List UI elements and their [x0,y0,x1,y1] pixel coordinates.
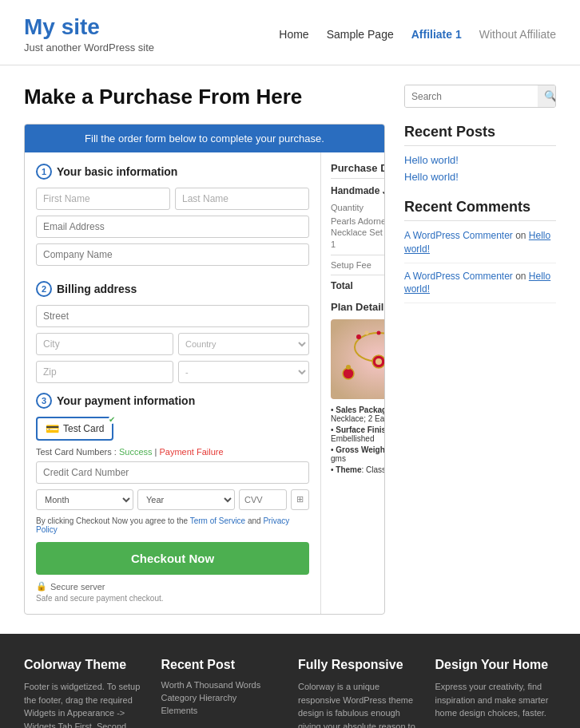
zip-input[interactable] [36,361,173,383]
total-label: Total [331,280,353,291]
footer-widgets: Colorway Theme Footer is widgetized. To … [24,658,556,728]
terms-text: By clicking Checkout Now you agree to th… [36,516,309,534]
cvv-input[interactable] [239,489,287,510]
sidebar: 🔍 Recent Posts Hello world! Hello world!… [404,85,556,615]
page-title: Make a Purchase From Here [24,85,385,109]
city-country-row: Country [36,333,309,355]
footer-widget-recentpost: Recent Post Worth A Thousand Words Categ… [161,658,283,728]
success-link[interactable]: Success [119,447,153,457]
svg-point-3 [375,358,382,365]
nav-without-affiliate[interactable]: Without Affiliate [479,28,556,41]
comment-0: A WordPress Commenter on Hello world! [404,229,556,263]
form-header-banner: Fill the order form below to complete yo… [25,125,384,152]
plan-image [331,319,385,399]
section1-num: 1 [36,164,52,180]
section1-heading: 1 Your basic information [36,164,309,180]
billing-section: 2 Billing address Country [36,281,309,383]
test-numbers: Test Card Numbers : Success | Payment Fa… [36,447,309,457]
cvv-icon: ⊞ [291,489,309,510]
svg-point-5 [346,365,351,370]
main-nav: Home Sample Page Affiliate 1 Without Aff… [279,28,556,41]
section2-num: 2 [36,281,52,297]
last-name-input[interactable] [175,188,309,210]
email-input[interactable] [36,216,309,238]
comment-1: A WordPress Commenter on Hello world! [404,270,556,304]
state-select[interactable]: - [178,361,309,383]
country-select[interactable]: Country [178,333,309,355]
safe-text: Safe and secure payment checkout. [36,594,309,603]
plan-detail-1: Surface Finish: Embellished [331,425,385,443]
plan-detail-2: Gross Weight: 34.76 gms [331,445,385,463]
svg-point-12 [377,330,381,334]
recent-comments-section: Recent Comments A WordPress Commenter on… [404,199,556,303]
footer-post-link-0[interactable]: Worth A Thousand Words [161,680,283,690]
nav-affiliate1[interactable]: Affiliate 1 [411,28,462,41]
nav-home[interactable]: Home [279,28,308,41]
site-title: My site [24,14,154,40]
card-check-icon: ✔ [109,415,115,424]
search-input[interactable] [405,85,538,107]
total-row: Total $60.00 [331,280,385,291]
terms-link[interactable]: Term of Service [190,516,245,525]
search-button[interactable]: 🔍 [538,85,556,107]
content-area: Make a Purchase From Here Fill the order… [24,85,385,615]
form-inner: 1 Your basic information 2 Billing addre… [25,152,384,614]
street-input[interactable] [36,305,309,327]
section2-label: Billing address [57,283,137,295]
plan-detail-0: Sales Package: 1 Necklace; 2 Earrings [331,406,385,423]
plan-detail-3: Theme: Classic [331,465,385,474]
card-selector[interactable]: ✔ 💳 Test Card [36,417,113,441]
name-row [36,188,309,210]
footer-post-link-1[interactable]: Category Hierarchy [161,693,283,702]
footer-post-link-2[interactable]: Elements [161,706,283,715]
cc-number-input[interactable] [36,461,309,484]
failure-link[interactable]: Payment Failure [160,447,224,457]
lock-icon: 🔒 [36,581,47,592]
item-price-row: Pearls Adorned Necklace Set x 1 $50.00 [331,216,385,250]
credit-card-icon: 💳 [46,422,59,435]
site-branding: My site Just another WordPress site [24,14,154,53]
recent-post-0[interactable]: Hello world! [404,154,556,166]
product-name: Handmade Jewelry [331,185,385,196]
svg-point-8 [356,334,361,339]
site-footer: Colorway Theme Footer is widgetized. To … [0,634,580,728]
footer-recentpost-title: Recent Post [161,658,283,672]
checkout-form-container: Fill the order form below to complete yo… [24,124,385,615]
month-select[interactable]: Month [36,489,133,510]
city-input[interactable] [36,333,173,355]
footer-colorway-title: Colorway Theme [24,658,145,672]
svg-point-4 [343,368,354,379]
quantity-label: Quantity [331,203,363,212]
footer-colorway-text: Footer is widgetized. To setup the foote… [24,680,145,728]
expiry-row: Month Year ⊞ [36,489,309,510]
footer-widget-responsive: Fully Responsive Colorway is a unique re… [298,658,419,728]
section1-label: Your basic information [57,165,177,178]
purchase-details-title: Purchase Details [331,162,385,179]
first-name-input[interactable] [36,188,170,210]
site-header: My site Just another WordPress site Home… [0,0,580,65]
plan-title: Plan Details [331,301,385,313]
checkout-button[interactable]: Checkout Now [36,542,309,575]
section3-num: 3 [36,393,52,409]
quantity-row: Quantity 1 [331,203,385,212]
nav-sample-page[interactable]: Sample Page [327,28,394,41]
section3-label: Your payment information [57,394,195,407]
recent-comments-title: Recent Comments [404,199,556,221]
secure-label: Secure server [50,582,105,592]
main-container: Make a Purchase From Here Fill the order… [0,65,580,634]
plan-details-list: Sales Package: 1 Necklace; 2 Earrings Su… [331,406,385,474]
setup-fee-label: Setup Fee [331,260,371,270]
footer-responsive-title: Fully Responsive [298,658,419,672]
zip-state-row: - [36,361,309,383]
year-select[interactable]: Year [137,489,235,510]
card-label: Test Card [63,423,104,434]
company-input[interactable] [36,243,309,266]
footer-responsive-text: Colorway is a unique responsive WordPres… [298,680,419,728]
recent-posts-section: Recent Posts Hello world! Hello world! [404,124,556,183]
purchase-details-panel: Purchase Details Handmade Jewelry Quanti… [321,152,385,614]
footer-widget-colorway: Colorway Theme Footer is widgetized. To … [24,658,145,728]
recent-post-1[interactable]: Hello world! [404,171,556,183]
section2-heading: 2 Billing address [36,281,309,297]
search-box: 🔍 [404,85,556,108]
item-label: Pearls Adorned Necklace Set x 1 [331,216,385,250]
